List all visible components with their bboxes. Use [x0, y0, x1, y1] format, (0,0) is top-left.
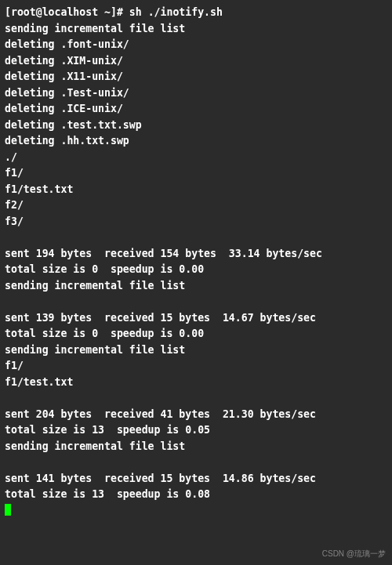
output-line: f1/: [5, 167, 24, 179]
output-line: deleting .Test-unix/: [5, 87, 129, 99]
output-line: deleting .X11-unix/: [5, 71, 123, 82]
output-line: f1/: [5, 360, 24, 371]
output-line: f1/test.txt: [5, 183, 73, 195]
output-line: sending incremental file list: [5, 344, 185, 356]
output-line: total size is 13 speedup is 0.08: [5, 488, 210, 500]
output-line: ./: [5, 151, 17, 163]
shell-prompt: [root@localhost ~]#: [5, 6, 123, 18]
output-line: deleting .ICE-unix/: [5, 103, 123, 114]
output-line: f3/: [5, 215, 24, 227]
output-line: sending incremental file list: [5, 23, 185, 34]
output-line: f2/: [5, 199, 24, 211]
output-line: sent 204 bytes received 41 bytes 21.30 b…: [5, 408, 316, 420]
output-line: sent 139 bytes received 15 bytes 14.67 b…: [5, 312, 316, 324]
shell-command: sh ./inotify.sh: [129, 6, 223, 18]
output-line: deleting .hh.txt.swp: [5, 135, 129, 147]
output-line: sent 194 bytes received 154 bytes 33.14 …: [5, 248, 322, 259]
cursor-block: [5, 504, 11, 516]
output-line: total size is 0 speedup is 0.00: [5, 328, 204, 339]
output-line: sent 141 bytes received 15 bytes 14.86 b…: [5, 473, 316, 484]
output-line: total size is 13 speedup is 0.05: [5, 424, 210, 436]
output-line: sending incremental file list: [5, 280, 185, 292]
output-line: sending incremental file list: [5, 440, 185, 452]
output-line: f1/test.txt: [5, 376, 73, 388]
output-line: deleting .test.txt.swp: [5, 119, 142, 131]
terminal-window[interactable]: [root@localhost ~]# sh ./inotify.sh send…: [0, 0, 392, 565]
output-line: deleting .XIM-unix/: [5, 55, 123, 67]
output-line: deleting .font-unix/: [5, 38, 129, 50]
output-line: total size is 0 speedup is 0.00: [5, 263, 204, 275]
watermark-text: CSDN @琉璃一梦: [322, 546, 386, 563]
